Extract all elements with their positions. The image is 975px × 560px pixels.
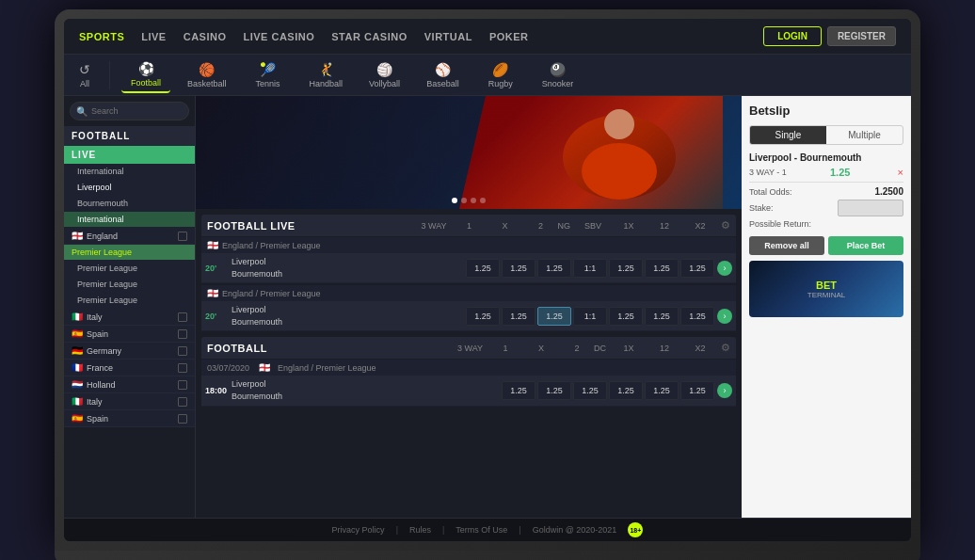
odd-2-2[interactable]: 1.25: [502, 307, 535, 326]
odd-2-4[interactable]: 1:1: [573, 307, 607, 326]
dot-1[interactable]: [452, 198, 457, 203]
upcoming-odd-4[interactable]: 1.25: [609, 381, 643, 400]
odd-1-7[interactable]: 1.25: [680, 259, 714, 278]
ng-col-group: NG SBV 1X 12 X2: [558, 221, 718, 231]
sidebar-liverpool[interactable]: Liverpool: [64, 180, 195, 196]
spain-2-flag: 🇪🇸: [72, 413, 83, 424]
sport-football[interactable]: ⚽ Football: [121, 57, 170, 93]
odd-2-7[interactable]: 1.25: [680, 307, 714, 326]
league-flag-1: 🏴󠁧󠁢󠁥󠁮󠁧󠁿: [207, 240, 218, 250]
sidebar-premier-league-highlight[interactable]: Premier League: [64, 245, 195, 261]
sidebar-country-germany[interactable]: 🇩🇪 Germany: [64, 343, 195, 360]
tab-single[interactable]: Single: [750, 126, 826, 144]
upcoming-odd-3[interactable]: 1.25: [573, 381, 607, 400]
nav-live-casino[interactable]: LIVE CASINO: [243, 31, 314, 42]
privacy-policy-link[interactable]: Privacy Policy: [332, 525, 385, 535]
col-x: X: [488, 221, 522, 231]
all-sports-label: All: [80, 79, 89, 88]
sidebar-pl-3[interactable]: Premier League: [64, 293, 195, 309]
upcoming-table-header: FOOTBALL 3 WAY 1 X 2: [201, 337, 736, 359]
sidebar-country-spain-2[interactable]: 🇪🇸 Spain: [64, 410, 195, 427]
place-bet-button[interactable]: Place Bet: [828, 236, 903, 255]
stake-row: Stake:: [749, 200, 903, 216]
odd-1-3[interactable]: 1.25: [537, 259, 571, 278]
odd-1-5[interactable]: 1.25: [609, 259, 643, 278]
sidebar-country-france[interactable]: 🇫🇷 France: [64, 360, 195, 376]
odd-1-4[interactable]: 1:1: [573, 259, 607, 278]
tennis-icon: 🎾: [260, 62, 276, 77]
dot-4[interactable]: [480, 198, 486, 203]
match-expand-2[interactable]: ›: [717, 309, 732, 324]
nav-poker[interactable]: POKER: [489, 31, 529, 42]
italy-checkbox[interactable]: [178, 312, 187, 322]
stake-input[interactable]: [838, 200, 903, 216]
snooker-label: Snooker: [542, 79, 574, 88]
nav-sports[interactable]: SPORTS: [79, 31, 124, 42]
sport-tennis[interactable]: 🎾 Tennis: [244, 58, 293, 92]
terms-link[interactable]: Terms Of Use: [456, 525, 507, 535]
sport-handball[interactable]: 🤾 Handball: [300, 58, 353, 92]
sidebar-international-2[interactable]: International: [64, 212, 195, 228]
sport-rugby[interactable]: 🏉 Rugby: [476, 58, 525, 92]
upcoming-odd-1[interactable]: 1.25: [502, 381, 535, 400]
spain-checkbox[interactable]: [178, 329, 187, 339]
content-area: FOOTBALL LIVE 3 WAY 1 X 2: [196, 96, 742, 518]
france-checkbox[interactable]: [178, 363, 187, 373]
england-checkbox[interactable]: [178, 232, 187, 241]
rules-link[interactable]: Rules: [409, 525, 431, 535]
search-input[interactable]: [70, 102, 189, 120]
bet-close-button[interactable]: ×: [898, 167, 903, 178]
dot-3[interactable]: [471, 198, 476, 203]
login-button[interactable]: LOGIN: [763, 26, 822, 46]
sport-baseball[interactable]: ⚾ Baseball: [417, 58, 469, 92]
upcoming-match-expand[interactable]: ›: [717, 383, 732, 398]
match-expand-1[interactable]: ›: [717, 261, 732, 276]
odd-1-1[interactable]: 1.25: [466, 259, 500, 278]
sport-basketball[interactable]: 🏀 Basketball: [178, 58, 236, 92]
nav-casino[interactable]: CASINO: [184, 31, 227, 42]
sport-volleyball[interactable]: 🏐 Vollyball: [360, 58, 409, 92]
dot-2[interactable]: [461, 198, 467, 203]
sport-all[interactable]: ↺ All: [72, 58, 98, 92]
upcoming-odd-5[interactable]: 1.25: [645, 381, 679, 400]
holland-name: Holland: [87, 380, 174, 390]
settings-icon[interactable]: ⚙: [721, 219, 730, 232]
tab-multiple[interactable]: Multiple: [826, 126, 903, 144]
match-group-1: 🏴󠁧󠁢󠁥󠁮󠁧󠁿 England / Premier League 20' Liv…: [201, 237, 736, 283]
odd-2-5[interactable]: 1.25: [609, 307, 643, 326]
sidebar-country-italy-2[interactable]: 🇮🇹 Italy: [64, 393, 195, 410]
hero-svg: [535, 105, 704, 209]
spain-2-checkbox[interactable]: [178, 414, 187, 424]
snooker-icon: 🎱: [550, 62, 566, 77]
league-row-1: 🏴󠁧󠁢󠁥󠁮󠁧󠁿 England / Premier League: [201, 237, 736, 253]
odd-2-6[interactable]: 1.25: [645, 307, 679, 326]
sidebar-pl-2[interactable]: Premier League: [64, 277, 195, 293]
sidebar-country-england[interactable]: 🏴󠁧󠁢󠁥󠁮󠁧󠁿 England: [64, 228, 195, 245]
nav-buttons: LOGIN REGISTER: [763, 26, 896, 46]
sidebar-bournemouth[interactable]: Bournemouth: [64, 196, 195, 212]
sport-snooker[interactable]: 🎱 Snooker: [533, 58, 583, 92]
sidebar-country-spain[interactable]: 🇪🇸 Spain: [64, 326, 195, 343]
nav-virtual[interactable]: VIRTUAL: [424, 31, 472, 42]
upcoming-odd-2[interactable]: 1.25: [537, 381, 571, 400]
sidebar-international-1[interactable]: International: [64, 164, 195, 180]
upcoming-settings-icon[interactable]: ⚙: [721, 342, 730, 354]
betslip-title: Betslip: [749, 104, 903, 118]
col-1x: 1X: [612, 221, 646, 231]
italy-2-checkbox[interactable]: [178, 397, 187, 407]
odd-2-1[interactable]: 1.25: [466, 307, 500, 326]
upcoming-odd-6[interactable]: 1.25: [680, 381, 714, 400]
nav-star-casino[interactable]: STAR CASINO: [331, 31, 407, 42]
germany-checkbox[interactable]: [178, 346, 187, 356]
nav-live[interactable]: LIVE: [141, 31, 166, 42]
holland-checkbox[interactable]: [178, 380, 187, 390]
odd-2-3[interactable]: 1.25: [537, 307, 571, 326]
rugby-label: Rugby: [488, 79, 513, 88]
sidebar-country-italy[interactable]: 🇮🇹 Italy: [64, 309, 195, 326]
odd-1-2[interactable]: 1.25: [502, 259, 535, 278]
sidebar-pl-1[interactable]: Premier League: [64, 261, 195, 277]
register-button[interactable]: REGISTER: [827, 26, 896, 46]
sidebar-country-holland[interactable]: 🇳🇱 Holland: [64, 376, 195, 393]
remove-all-button[interactable]: Remove all: [749, 236, 824, 255]
odd-1-6[interactable]: 1.25: [645, 259, 679, 278]
